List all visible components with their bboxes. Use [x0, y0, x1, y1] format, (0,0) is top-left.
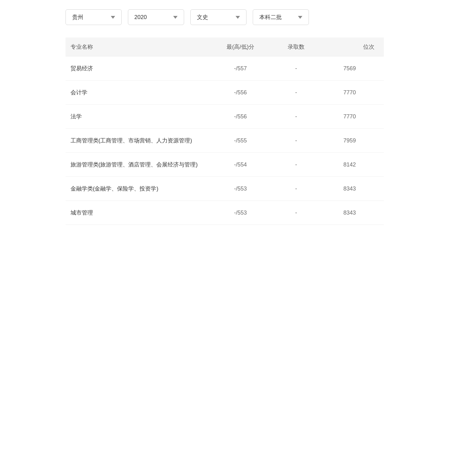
province-dropdown-arrow	[111, 16, 115, 19]
year-value: 2020	[134, 14, 147, 21]
cell-score: -/553	[209, 201, 272, 225]
header-name: 专业名称	[66, 37, 209, 57]
cell-count: -	[272, 177, 320, 201]
cell-name: 贸易经济	[66, 57, 209, 81]
table-row: 贸易经济-/557-7569	[66, 57, 384, 81]
cell-rank: 8343	[320, 201, 384, 225]
batch-value: 本科二批	[259, 13, 282, 21]
cell-rank: 7770	[320, 105, 384, 129]
header-count: 录取数	[272, 37, 320, 57]
subject-dropdown-arrow	[236, 16, 240, 19]
cell-count: -	[272, 105, 320, 129]
table-header-row: 专业名称 最(高/低)分 录取数 位次	[66, 37, 384, 57]
year-dropdown-arrow	[173, 16, 178, 19]
province-filter[interactable]: 贵州	[66, 9, 122, 25]
cell-score: -/557	[209, 57, 272, 81]
header-score: 最(高/低)分	[209, 37, 272, 57]
batch-filter[interactable]: 本科二批	[253, 9, 309, 25]
data-table: 专业名称 最(高/低)分 录取数 位次 贸易经济-/557-7569会计学-/5…	[66, 37, 384, 225]
page-container: 贵州 2020 文史 本科二批 专业名称 最(高/低)分 录取数 位次 贸易经济…	[53, 0, 396, 234]
cell-score: -/554	[209, 153, 272, 177]
cell-score: -/553	[209, 177, 272, 201]
cell-rank: 8142	[320, 153, 384, 177]
table-row: 城市管理-/553-8343	[66, 201, 384, 225]
cell-count: -	[272, 57, 320, 81]
cell-name: 城市管理	[66, 201, 209, 225]
table-row: 旅游管理类(旅游管理、酒店管理、会展经济与管理)-/554-8142	[66, 153, 384, 177]
cell-score: -/556	[209, 105, 272, 129]
cell-count: -	[272, 129, 320, 153]
province-value: 贵州	[72, 13, 83, 21]
table-row: 法学-/556-7770	[66, 105, 384, 129]
table-row: 会计学-/556-7770	[66, 81, 384, 105]
cell-count: -	[272, 201, 320, 225]
cell-name: 工商管理类(工商管理、市场营销、人力资源管理)	[66, 129, 209, 153]
cell-name: 法学	[66, 105, 209, 129]
filter-row: 贵州 2020 文史 本科二批	[66, 9, 384, 25]
cell-count: -	[272, 81, 320, 105]
table-row: 金融学类(金融学、保险学、投资学)-/553-8343	[66, 177, 384, 201]
subject-value: 文史	[197, 13, 208, 21]
batch-dropdown-arrow	[298, 16, 302, 19]
cell-rank: 7569	[320, 57, 384, 81]
cell-score: -/555	[209, 129, 272, 153]
table-row: 工商管理类(工商管理、市场营销、人力资源管理)-/555-7959	[66, 129, 384, 153]
year-filter[interactable]: 2020	[128, 9, 184, 25]
cell-rank: 7959	[320, 129, 384, 153]
cell-rank: 8343	[320, 177, 384, 201]
subject-filter[interactable]: 文史	[190, 9, 246, 25]
cell-count: -	[272, 153, 320, 177]
cell-name: 旅游管理类(旅游管理、酒店管理、会展经济与管理)	[66, 153, 209, 177]
cell-score: -/556	[209, 81, 272, 105]
cell-name: 会计学	[66, 81, 209, 105]
header-rank: 位次	[320, 37, 384, 57]
cell-name: 金融学类(金融学、保险学、投资学)	[66, 177, 209, 201]
cell-rank: 7770	[320, 81, 384, 105]
